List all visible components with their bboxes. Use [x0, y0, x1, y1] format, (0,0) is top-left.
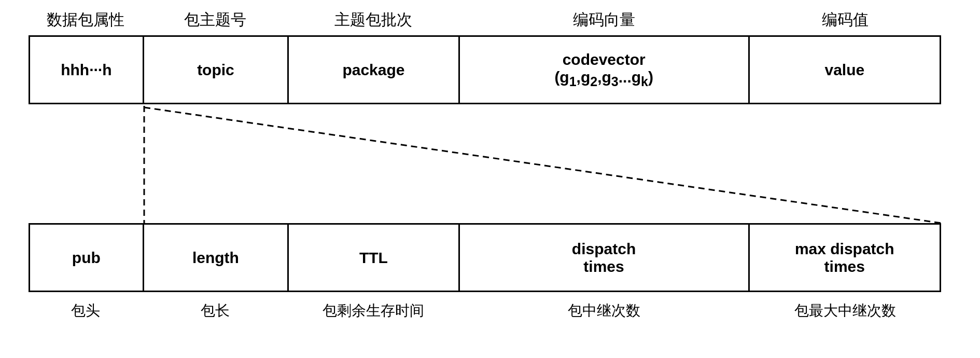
- top-cell-4-line2: (g1,g2,g3...gk): [554, 68, 653, 86]
- bottom-cell-3: TTL: [288, 224, 459, 292]
- top-cell-4-line1: codevector: [563, 51, 646, 68]
- bottom-cell-5-line2: times: [824, 258, 865, 275]
- bottom-cell-5: max dispatch times: [749, 224, 940, 292]
- bottom-table: pub length TTL dispatch times max dispat…: [29, 223, 941, 292]
- bottom-label-col2: 包长: [143, 301, 288, 321]
- top-labels-row: 数据包属性 包主题号 主题包批次 编码向量 编码值: [29, 9, 941, 31]
- bottom-cell-4-line1: dispatch: [572, 240, 636, 257]
- top-cell-2: topic: [143, 36, 288, 104]
- bottom-cell-5-line1: max dispatch: [795, 240, 894, 257]
- bottom-label-col4: 包中继次数: [459, 301, 749, 321]
- bottom-labels-row: 包头 包长 包剩余生存时间 包中继次数 包最大中继次数: [29, 301, 941, 321]
- bottom-label-col5: 包最大中继次数: [749, 301, 941, 321]
- bottom-cell-1: pub: [30, 224, 144, 292]
- top-cell-5: value: [749, 36, 940, 104]
- top-cell-3: package: [288, 36, 459, 104]
- top-label-col5: 编码值: [749, 9, 941, 31]
- top-label-col2: 包主题号: [143, 9, 288, 31]
- svg-line-1: [144, 107, 941, 223]
- bottom-label-col1: 包头: [29, 301, 143, 321]
- top-cell-4: codevector (g1,g2,g3...gk): [459, 36, 749, 104]
- bottom-cell-2: length: [143, 224, 288, 292]
- top-table: hhh···h topic package codevector (g1,g2,…: [29, 35, 941, 104]
- top-label-col1: 数据包属性: [29, 9, 143, 31]
- bottom-cell-4: dispatch times: [459, 224, 749, 292]
- bottom-cell-4-line2: times: [583, 258, 624, 275]
- top-cell-1: hhh···h: [30, 36, 144, 104]
- top-label-col3: 主题包批次: [288, 9, 459, 31]
- top-label-col4: 编码向量: [459, 9, 749, 31]
- diagram-container: 数据包属性 包主题号 主题包批次 编码向量 编码值 hhh···h topic …: [0, 0, 980, 358]
- bottom-label-col3: 包剩余生存时间: [288, 301, 459, 321]
